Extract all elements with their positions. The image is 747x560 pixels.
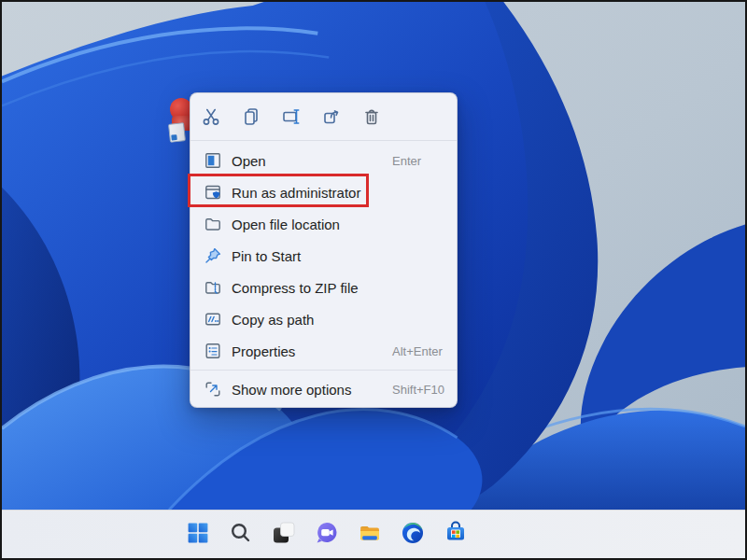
- start-button[interactable]: [183, 520, 213, 550]
- taskbar-icons: [183, 511, 471, 558]
- menu-item-label: Show more options: [232, 382, 351, 398]
- menu-item-properties[interactable]: Properties Alt+Enter: [190, 335, 457, 367]
- desktop-screen: Open Enter Run as administrator Open fil…: [0, 0, 747, 560]
- open-file-location-icon: [204, 215, 222, 233]
- menu-item-label: Compress to ZIP file: [232, 280, 359, 296]
- context-menu: Open Enter Run as administrator Open fil…: [190, 92, 458, 408]
- edge-button[interactable]: [398, 520, 428, 550]
- store-button[interactable]: [441, 520, 471, 550]
- task-view-icon: [270, 519, 298, 551]
- menu-item-copy-as-path[interactable]: Copy as path: [190, 303, 457, 335]
- shortcut-doc-fragment: [168, 122, 186, 143]
- menu-item-label: Open file location: [232, 217, 340, 232]
- menu-item-pin-to-start[interactable]: Pin to Start: [190, 240, 457, 272]
- edge-icon: [399, 519, 427, 551]
- pin-to-start-icon: [204, 246, 222, 265]
- menu-item-shortcut: Shift+F10: [392, 383, 444, 397]
- menu-item-compress-to-zip[interactable]: Compress to ZIP file: [190, 272, 457, 303]
- show-more-options-icon: [204, 380, 222, 399]
- copy-icon[interactable]: [238, 104, 264, 130]
- context-menu-toolbar: [190, 93, 457, 141]
- taskbar: [2, 510, 745, 558]
- menu-item-label: Open: [232, 153, 266, 169]
- search-button[interactable]: [226, 520, 256, 550]
- rename-icon[interactable]: [278, 104, 304, 130]
- menu-item-open-file-location[interactable]: Open file location: [190, 208, 457, 240]
- start-icon: [184, 519, 212, 551]
- menu-item-open[interactable]: Open Enter: [190, 145, 457, 176]
- share-icon[interactable]: [318, 104, 345, 130]
- task-view-button[interactable]: [269, 520, 299, 550]
- store-icon: [442, 519, 470, 551]
- highlight-box: [188, 174, 369, 207]
- copy-as-path-icon: [204, 310, 222, 329]
- zip-folder-icon: [204, 278, 222, 297]
- menu-item-label: Properties: [232, 343, 295, 359]
- open-icon: [204, 151, 222, 170]
- menu-separator: [190, 370, 457, 371]
- menu-item-shortcut: Alt+Enter: [392, 344, 443, 358]
- properties-icon: [204, 342, 222, 360]
- file-explorer-button[interactable]: [355, 520, 385, 550]
- cut-icon[interactable]: [198, 104, 224, 130]
- menu-item-label: Pin to Start: [232, 248, 301, 264]
- menu-item-label: Copy as path: [232, 312, 314, 328]
- menu-item-shortcut: Enter: [392, 154, 421, 168]
- search-icon: [227, 519, 255, 551]
- chat-button[interactable]: [312, 520, 342, 550]
- delete-icon[interactable]: [359, 104, 385, 130]
- chat-icon: [313, 519, 341, 551]
- menu-item-show-more-options[interactable]: Show more options Shift+F10: [190, 373, 457, 405]
- file-explorer-icon: [356, 519, 384, 551]
